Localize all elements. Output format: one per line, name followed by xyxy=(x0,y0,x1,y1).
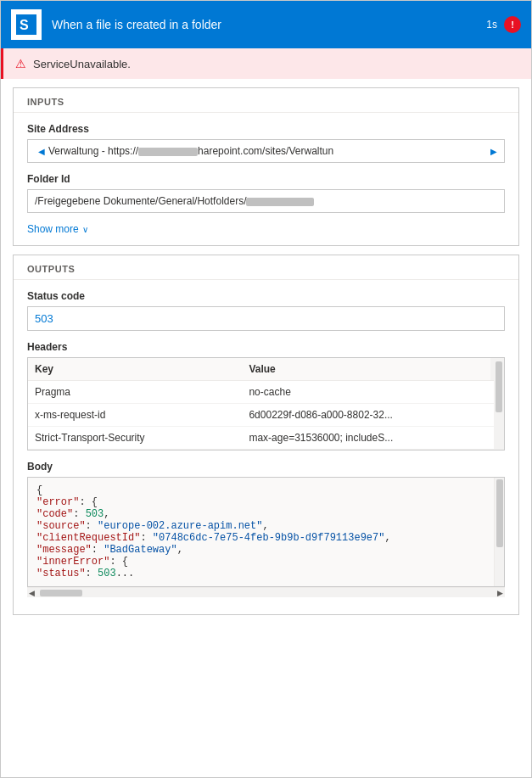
body-scrollbar[interactable] xyxy=(494,478,504,586)
show-more-label: Show more xyxy=(27,223,79,235)
headers-table-wrapper: Key Value Pragmano-cachex-ms-request-id6… xyxy=(27,357,505,451)
inputs-card-body: Site Address ◀ Verwaltung - https://hare… xyxy=(14,113,518,245)
folder-id-value: /Freigegebene Dokumente/General/Hotfolde… xyxy=(35,195,497,207)
body-json-line: "error": { xyxy=(36,496,480,508)
body-json-line: "message": "BadGateway", xyxy=(36,544,480,556)
body-code-box: { "error": { "code": 503, "source": "eur… xyxy=(28,478,494,586)
table-row: Pragmano-cache xyxy=(28,381,504,404)
headers-col-key: Key xyxy=(28,358,242,381)
folder-id-value-box: /Freigegebene Dokumente/General/Hotfolde… xyxy=(27,189,505,213)
headers-scroll-thumb xyxy=(496,361,502,412)
body-label: Body xyxy=(27,461,505,473)
headers-table: Key Value Pragmano-cachex-ms-request-id6… xyxy=(28,358,504,450)
notification-badge: ! xyxy=(504,16,521,33)
header-time: 1s xyxy=(486,19,497,31)
header-key-cell: x-ms-request-id xyxy=(28,404,242,427)
body-json-line: { xyxy=(36,484,480,496)
body-horizontal-scrollbar[interactable]: ◀ ▶ xyxy=(27,587,505,597)
error-banner: ⚠ ServiceUnavailable. xyxy=(1,48,531,79)
status-code-value: 503 xyxy=(35,312,53,325)
body-json-last-line: "status": 503... xyxy=(36,568,480,579)
body-json-line: "innerError": { xyxy=(36,556,480,568)
body-json-line: "code": 503, xyxy=(36,508,480,520)
scroll-left-icon[interactable]: ◀ xyxy=(27,589,36,597)
site-address-value: Verwaltung - https://harepoint.com/sites… xyxy=(48,145,487,157)
show-more-button[interactable]: Show more ∨ xyxy=(27,223,505,235)
error-message: ServiceUnavailable. xyxy=(33,58,131,70)
headers-label: Headers xyxy=(27,341,505,353)
inputs-card: INPUTS Site Address ◀ Verwaltung - https… xyxy=(13,87,519,246)
header-value-cell: no-cache xyxy=(242,381,490,404)
show-more-chevron-icon: ∨ xyxy=(82,225,88,234)
header-key-cell: Strict-Transport-Security xyxy=(28,427,242,450)
folder-id-blurred xyxy=(246,198,314,206)
header-title: When a file is created in a folder xyxy=(52,18,486,31)
body-box-wrapper: { "error": { "code": 503, "source": "eur… xyxy=(27,477,505,597)
headers-scrollbar[interactable] xyxy=(494,358,504,450)
error-warning-icon: ⚠ xyxy=(15,57,26,70)
scroll-left-arrow[interactable]: ◀ xyxy=(38,147,45,156)
status-code-label: Status code xyxy=(27,290,505,302)
notification-icon: ! xyxy=(511,20,514,30)
scroll-right-icon[interactable]: ▶ xyxy=(496,589,505,597)
body-json-line: "clientRequestId": "0748c6dc-7e75-4feb-9… xyxy=(36,532,480,544)
site-address-blurred xyxy=(138,148,198,156)
sharepoint-logo: S xyxy=(16,14,36,35)
inputs-section-title: INPUTS xyxy=(14,88,518,113)
site-address-value-box[interactable]: ◀ Verwaltung - https://harepoint.com/sit… xyxy=(27,139,505,163)
svg-text:S: S xyxy=(20,18,29,32)
folder-id-label: Folder Id xyxy=(27,173,505,185)
outputs-section-title: OUTPUTS xyxy=(14,255,518,280)
body-scroll-thumb xyxy=(496,479,503,547)
header-key-cell: Pragma xyxy=(28,381,242,404)
body-scroll-container[interactable]: { "error": { "code": 503, "source": "eur… xyxy=(27,477,505,587)
body-json-line: "source": "europe-002.azure-apim.net", xyxy=(36,520,480,532)
table-row: Strict-Transport-Securitymax-age=3153600… xyxy=(28,427,504,450)
scroll-right-arrow[interactable]: ▶ xyxy=(490,147,497,156)
headers-col-value: Value xyxy=(242,358,490,381)
main-container: S When a file is created in a folder 1s … xyxy=(0,0,532,778)
site-address-label: Site Address xyxy=(27,123,505,135)
header: S When a file is created in a folder 1s … xyxy=(1,1,531,48)
horiz-scroll-thumb xyxy=(40,590,82,596)
header-value-cell: max-age=31536000; includeS... xyxy=(242,427,490,450)
outputs-card-body: Status code 503 Headers Key Value Pragma… xyxy=(14,280,518,614)
outputs-card: OUTPUTS Status code 503 Headers Key Valu… xyxy=(13,255,519,615)
table-row: x-ms-request-id6d00229f-d086-a000-8802-3… xyxy=(28,404,504,427)
header-value-cell: 6d00229f-d086-a000-8802-32... xyxy=(242,404,490,427)
sharepoint-icon-container: S xyxy=(11,9,42,40)
status-code-value-box: 503 xyxy=(27,306,505,331)
